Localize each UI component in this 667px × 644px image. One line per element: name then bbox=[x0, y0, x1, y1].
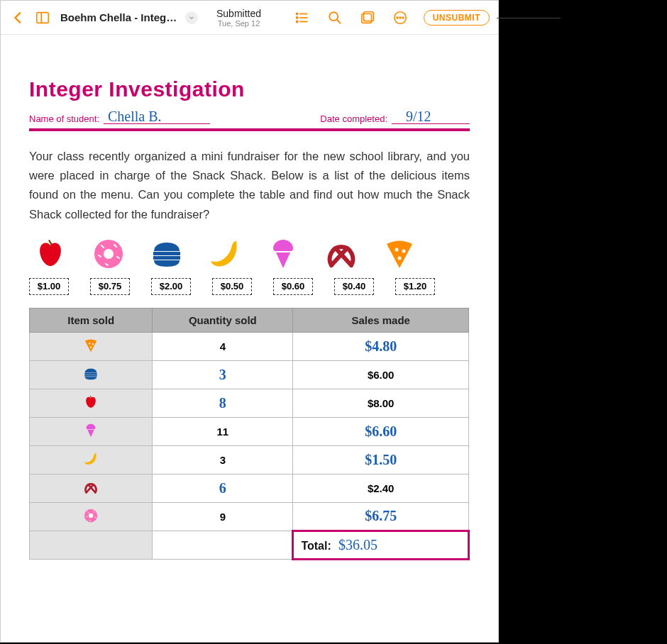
banana-icon bbox=[206, 237, 243, 271]
burger-icon bbox=[83, 372, 99, 384]
sales-cell: $6.00 bbox=[293, 360, 469, 389]
svg-point-6 bbox=[296, 21, 297, 22]
svg-rect-31 bbox=[84, 373, 97, 374]
donut-price: $0.75 bbox=[90, 278, 130, 295]
svg-point-15 bbox=[402, 16, 404, 18]
sales-cell: $4.80 bbox=[293, 332, 469, 360]
more-icon[interactable] bbox=[391, 9, 409, 27]
svg-point-17 bbox=[104, 249, 114, 259]
apple-price: $1.00 bbox=[29, 278, 69, 295]
worksheet-meta: Name of student: Chella B. Date complete… bbox=[29, 109, 470, 131]
svg-point-30 bbox=[90, 346, 92, 348]
qty-cell: 8 bbox=[153, 389, 293, 417]
pizza-icon bbox=[83, 343, 99, 355]
svg-rect-23 bbox=[153, 252, 180, 255]
svg-point-28 bbox=[89, 343, 90, 344]
apple-icon bbox=[83, 400, 99, 412]
item-cell bbox=[30, 445, 153, 474]
list-icon[interactable] bbox=[293, 9, 312, 27]
svg-point-13 bbox=[397, 16, 398, 18]
svg-point-27 bbox=[398, 256, 402, 260]
sidebar-icon[interactable] bbox=[33, 9, 52, 27]
total-label: Total: bbox=[301, 540, 331, 552]
table-row: 3$6.00 bbox=[30, 360, 469, 389]
icecream-icon bbox=[265, 237, 302, 271]
item-cell bbox=[30, 332, 153, 360]
date-label: Date completed: bbox=[320, 113, 387, 124]
toolbar: Boehm Chella - Integers I... Submitted T… bbox=[1, 1, 498, 35]
svg-point-2 bbox=[296, 13, 297, 14]
svg-line-9 bbox=[336, 19, 341, 23]
snack-icon-row bbox=[29, 237, 470, 271]
qty-cell: 6 bbox=[153, 474, 293, 502]
table-row: 3$1.50 bbox=[30, 445, 469, 474]
svg-point-14 bbox=[399, 16, 401, 18]
svg-rect-32 bbox=[84, 374, 97, 376]
worksheet-body: Your class recently organized a mini fun… bbox=[29, 147, 470, 224]
svg-point-8 bbox=[329, 12, 338, 21]
submitted-date: Tue, Sep 12 bbox=[216, 19, 261, 28]
svg-rect-0 bbox=[37, 12, 49, 23]
table-row: 4$4.80 bbox=[30, 332, 469, 360]
sales-cell: $2.40 bbox=[293, 474, 469, 502]
sales-cell: $6.75 bbox=[293, 502, 469, 531]
svg-point-4 bbox=[296, 16, 297, 18]
burger-price: $2.00 bbox=[151, 278, 191, 295]
qty-cell: 9 bbox=[153, 502, 293, 531]
submitted-label: Submitted bbox=[216, 8, 261, 19]
table-row: 8$8.00 bbox=[30, 389, 469, 417]
date-value: 9/12 bbox=[406, 109, 431, 125]
student-name-value: Chella B. bbox=[108, 109, 162, 125]
donut-icon bbox=[83, 513, 99, 526]
app-window: Boehm Chella - Integers I... Submitted T… bbox=[0, 0, 499, 643]
svg-rect-24 bbox=[153, 256, 180, 260]
sales-cell: $8.00 bbox=[293, 389, 469, 417]
item-cell bbox=[30, 389, 153, 417]
apple-icon bbox=[32, 237, 69, 271]
total-value: $36.05 bbox=[338, 537, 377, 553]
name-label: Name of student: bbox=[29, 113, 99, 124]
total-empty-1 bbox=[30, 531, 153, 559]
back-icon[interactable] bbox=[9, 9, 28, 27]
item-cell bbox=[30, 502, 153, 531]
svg-point-25 bbox=[395, 248, 399, 251]
sales-cell: $6.60 bbox=[293, 417, 469, 445]
item-cell bbox=[30, 360, 153, 389]
svg-point-34 bbox=[89, 513, 93, 518]
icecream-icon bbox=[83, 428, 99, 440]
unsubmit-button[interactable]: UNSUBMIT bbox=[424, 10, 490, 26]
total-cell: Total: $36.05 bbox=[293, 531, 469, 559]
pretzel-price: $0.40 bbox=[334, 278, 374, 295]
submission-status: Submitted Tue, Sep 12 bbox=[216, 8, 261, 28]
icecream-price: $0.60 bbox=[273, 278, 313, 295]
burger-icon bbox=[148, 237, 185, 271]
document-title-block[interactable]: Boehm Chella - Integers I... bbox=[60, 11, 198, 24]
col-qty: Quantity sold bbox=[153, 308, 293, 332]
col-item: Item sold bbox=[30, 308, 153, 332]
pizza-icon bbox=[381, 237, 418, 271]
col-sales: Sales made bbox=[293, 308, 469, 332]
banana-price: $0.50 bbox=[212, 278, 252, 295]
media-icon[interactable] bbox=[358, 9, 377, 27]
table-row: 6$2.40 bbox=[30, 474, 469, 502]
total-empty-2 bbox=[153, 531, 293, 559]
callout-line bbox=[497, 18, 561, 18]
donut-icon bbox=[90, 237, 127, 271]
qty-cell: 3 bbox=[153, 360, 293, 389]
item-cell bbox=[30, 417, 153, 445]
table-row: 11$6.60 bbox=[30, 417, 469, 445]
pretzel-icon bbox=[83, 485, 99, 497]
sales-cell: $1.50 bbox=[293, 445, 469, 474]
chevron-down-icon[interactable] bbox=[185, 11, 198, 24]
svg-point-26 bbox=[402, 249, 406, 252]
search-icon[interactable] bbox=[326, 9, 344, 27]
qty-cell: 11 bbox=[153, 417, 293, 445]
document-title: Boehm Chella - Integers I... bbox=[60, 11, 181, 23]
pretzel-icon bbox=[323, 237, 360, 271]
sales-table: Item sold Quantity sold Sales made 4$4.8… bbox=[29, 308, 470, 560]
snack-price-row: $1.00$0.75$2.00$0.50$0.60$0.40$1.20 bbox=[29, 278, 470, 295]
svg-point-29 bbox=[92, 343, 94, 345]
item-cell bbox=[30, 474, 153, 502]
qty-cell: 3 bbox=[153, 445, 293, 474]
banana-icon bbox=[83, 457, 99, 469]
